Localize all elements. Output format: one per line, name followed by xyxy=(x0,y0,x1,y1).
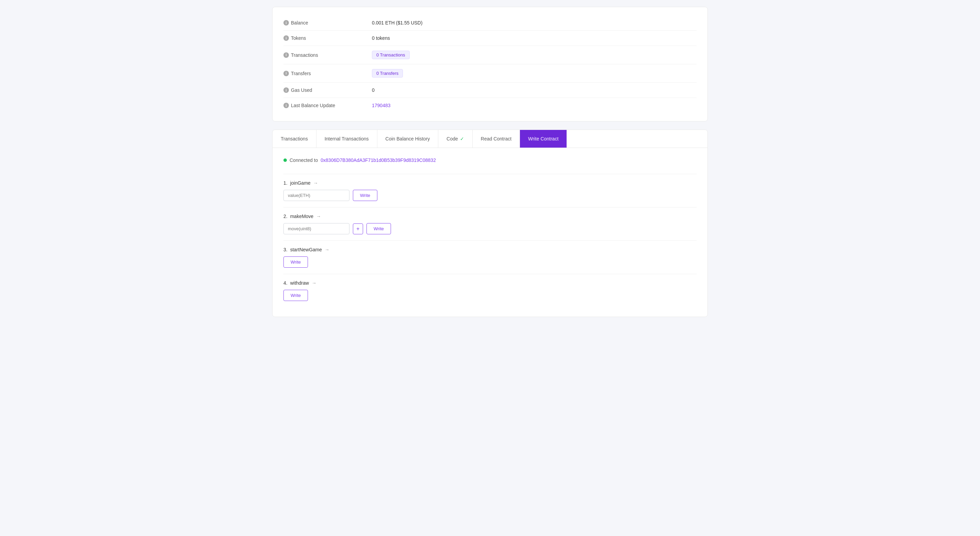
balance-value: 0.001 ETH ($1.55 USD) xyxy=(372,20,423,25)
method-joingame-name: joinGame xyxy=(290,180,311,186)
gas-used-value: 0 xyxy=(372,87,375,93)
transfers-badge[interactable]: 0 Transfers xyxy=(372,69,403,78)
tokens-info-icon: i xyxy=(283,35,289,41)
last-balance-label: i Last Balance Update xyxy=(283,103,372,108)
tokens-row: i Tokens 0 tokens xyxy=(283,31,697,46)
method-withdraw-arrow: → xyxy=(312,280,317,286)
balance-label: i Balance xyxy=(283,20,372,25)
gas-used-label: i Gas Used xyxy=(283,87,372,93)
method-withdraw-header: 4. withdraw → xyxy=(283,280,697,286)
connected-label: Connected to xyxy=(290,157,318,163)
info-card: i Balance 0.001 ETH ($1.55 USD) i Tokens… xyxy=(272,7,708,121)
balance-info-icon: i xyxy=(283,20,289,25)
method-withdraw: 4. withdraw → Write xyxy=(283,274,697,307)
tabs-header: Transactions Internal Transactions Coin … xyxy=(272,130,708,148)
transactions-value: 0 Transactions xyxy=(372,51,410,59)
method-startnewgame-inputs: Write xyxy=(283,257,697,268)
connected-address[interactable]: 0x8306D7B380AdA3F71b1d0B53b39F9d8319C088… xyxy=(321,157,436,163)
transactions-badge[interactable]: 0 Transactions xyxy=(372,51,410,59)
method-makemove: 2. makeMove → + Write xyxy=(283,207,697,241)
method-startnewgame-number: 3. xyxy=(283,247,288,252)
joingame-value-input[interactable] xyxy=(283,190,350,201)
method-startnewgame-header: 3. startNewGame → xyxy=(283,247,697,252)
gas-used-row: i Gas Used 0 xyxy=(283,82,697,98)
tab-internal-transactions[interactable]: Internal Transactions xyxy=(317,130,377,147)
transfers-row: i Transfers 0 Transfers xyxy=(283,64,697,82)
tab-code[interactable]: Code ✓ xyxy=(438,130,472,147)
balance-row: i Balance 0.001 ETH ($1.55 USD) xyxy=(283,15,697,31)
method-makemove-name: makeMove xyxy=(290,214,313,219)
startnewgame-write-button[interactable]: Write xyxy=(283,257,308,268)
method-joingame: 1. joinGame → Write xyxy=(283,174,697,207)
method-withdraw-number: 4. xyxy=(283,280,288,286)
method-joingame-number: 1. xyxy=(283,180,288,186)
last-balance-link[interactable]: 1790483 xyxy=(372,103,391,108)
method-withdraw-inputs: Write xyxy=(283,290,697,301)
makemove-move-input[interactable] xyxy=(283,223,350,234)
tab-read-contract[interactable]: Read Contract xyxy=(473,130,520,147)
makemove-plus-button[interactable]: + xyxy=(353,224,363,234)
transfers-value: 0 Transfers xyxy=(372,69,403,78)
method-startnewgame: 3. startNewGame → Write xyxy=(283,241,697,274)
tabs-card: Transactions Internal Transactions Coin … xyxy=(272,130,708,317)
gas-info-icon: i xyxy=(283,87,289,93)
tab-transactions[interactable]: Transactions xyxy=(272,130,317,147)
tab-coin-balance-history[interactable]: Coin Balance History xyxy=(377,130,439,147)
last-balance-info-icon: i xyxy=(283,103,289,108)
transactions-info-icon: i xyxy=(283,52,289,58)
transactions-label: i Transactions xyxy=(283,52,372,58)
method-withdraw-name: withdraw xyxy=(290,280,309,286)
transactions-row: i Transactions 0 Transactions xyxy=(283,46,697,64)
tokens-label: i Tokens xyxy=(283,35,372,41)
connected-dot xyxy=(283,159,287,162)
tab-write-contract[interactable]: Write Contract xyxy=(520,130,567,147)
method-joingame-arrow: → xyxy=(313,180,318,186)
withdraw-write-button[interactable]: Write xyxy=(283,290,308,301)
method-makemove-header: 2. makeMove → xyxy=(283,214,697,219)
method-startnewgame-name: startNewGame xyxy=(290,247,322,252)
tokens-value: 0 tokens xyxy=(372,35,390,41)
method-makemove-number: 2. xyxy=(283,214,288,219)
last-balance-value: 1790483 xyxy=(372,103,391,108)
write-contract-content: Connected to 0x8306D7B380AdA3F71b1d0B53b… xyxy=(272,148,708,317)
code-check-icon: ✓ xyxy=(460,136,464,141)
method-joingame-inputs: Write xyxy=(283,190,697,201)
transfers-info-icon: i xyxy=(283,71,289,76)
last-balance-row: i Last Balance Update 1790483 xyxy=(283,98,697,113)
connected-row: Connected to 0x8306D7B380AdA3F71b1d0B53b… xyxy=(283,157,697,163)
makemove-write-button[interactable]: Write xyxy=(366,223,391,234)
transfers-label: i Transfers xyxy=(283,71,372,76)
method-makemove-arrow: → xyxy=(316,214,321,219)
method-startnewgame-arrow: → xyxy=(325,247,329,252)
method-joingame-header: 1. joinGame → xyxy=(283,180,697,186)
method-makemove-inputs: + Write xyxy=(283,223,697,234)
joingame-write-button[interactable]: Write xyxy=(353,190,377,201)
